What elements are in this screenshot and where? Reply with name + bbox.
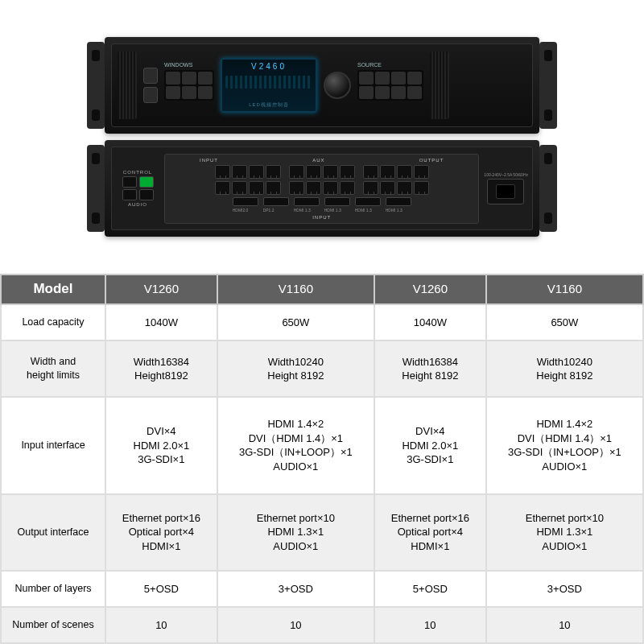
spec-cell: Ethernet port×10 HDMI 1.3×1 AUDIO×1 [486, 494, 643, 571]
spec-cell: 1040W [105, 304, 217, 341]
lcd-screen: V2460 LED视频控制器 [221, 58, 317, 113]
spec-cell: Ethernet port×16 Optical port×4 HDMI×1 [374, 494, 486, 571]
spec-cell: 10 [486, 607, 643, 643]
vent-grille [118, 52, 137, 119]
screen-subtitle: LED视频控制器 [225, 101, 312, 109]
spec-cell: 10 [374, 607, 486, 643]
spec-row: Output interfaceEthernet port×16 Optical… [1, 494, 643, 571]
spec-cell: 650W [217, 304, 374, 341]
vent-grille-right [430, 52, 449, 119]
spec-cell: 10 [217, 607, 374, 643]
spec-cell: DVI×4 HDMI 2.0×1 3G-SDI×1 [374, 397, 486, 493]
spec-row: Input interfaceDVI×4 HDMI 2.0×1 3G-SDI×1… [1, 397, 643, 493]
spec-row-head: Output interface [1, 494, 105, 571]
spec-row: Number of layers5+OSD3+OSD5+OSD3+OSD [1, 571, 643, 607]
spec-cell: HDMI 1.4×2 DVI（HDMI 1.4）×1 3G-SDI（IN+LOO… [486, 397, 643, 493]
spec-corner: Model [1, 275, 105, 304]
spec-row-head: Number of layers [1, 571, 105, 607]
spec-cell: HDMI 1.4×2 DVI（HDMI 1.4）×1 3G-SDI（IN+LOO… [217, 397, 374, 493]
device-front: WINDOWS V2460 LED视频控制器 SOURCE [105, 37, 539, 134]
iec-power-inlet [487, 179, 524, 204]
spec-cell: 10 [105, 607, 217, 643]
model-col-3: V1160 [486, 275, 643, 304]
power-section: 100-240V~2.5A 50/60Hz [484, 172, 528, 204]
device-back: CONTROL AUDIO INPUT AUX OUTPUT [105, 140, 539, 237]
spec-row: Width and height limitsWidth16384 Height… [1, 341, 643, 397]
jog-wheel [324, 72, 351, 99]
spec-cell: 5+OSD [105, 571, 217, 607]
rack-ear-left [87, 42, 105, 129]
spec-row-head: Number of scenes [1, 607, 105, 643]
spec-row: Load capacity1040W650W1040W650W [1, 304, 643, 341]
windows-button-group: WINDOWS [164, 70, 214, 101]
hdmi-input-row: HDMI2.0 DP1.2 HDMI 1.3 HDMI 1.3 HDMI 1.3… [167, 197, 476, 213]
spec-table: Model V1260 V1160 V1260 V1160 Load capac… [0, 274, 644, 644]
model-col-2: V1260 [374, 275, 486, 304]
spec-row: Number of scenes10101010 [1, 607, 643, 643]
model-col-1: V1160 [217, 275, 374, 304]
spec-cell: Ethernet port×10 HDMI 1.3×1 AUDIO×1 [217, 494, 374, 571]
spec-cell: DVI×4 HDMI 2.0×1 3G-SDI×1 [105, 397, 217, 493]
control-section: CONTROL AUDIO [116, 170, 159, 207]
spec-cell: Width16384 Height 8192 [374, 341, 486, 397]
spec-header-row: Model V1260 V1160 V1260 V1160 [1, 275, 643, 304]
spec-cell: Width10240 Height 8192 [486, 341, 643, 397]
spec-cell: 3+OSD [486, 571, 643, 607]
spec-cell: 5+OSD [374, 571, 486, 607]
rack-ear-right-back [539, 145, 557, 232]
rj45-output-bank: INPUT AUX OUTPUT [164, 154, 479, 224]
source-label: SOURCE [357, 62, 382, 68]
model-col-0: V1260 [105, 275, 217, 304]
spec-cell: Ethernet port×16 Optical port×4 HDMI×1 [105, 494, 217, 571]
spec-row-head: Input interface [1, 397, 105, 493]
rack-ear-left-back [87, 145, 105, 232]
spec-row-head: Width and height limits [1, 341, 105, 397]
spec-cell: 3+OSD [217, 571, 374, 607]
spec-cell: Width10240 Height 8192 [217, 341, 374, 397]
spec-cell: Width16384 Height8192 [105, 341, 217, 397]
spec-cell: 650W [486, 304, 643, 341]
spec-row-head: Load capacity [1, 304, 105, 341]
product-photo: WINDOWS V2460 LED视频控制器 SOURCE [0, 0, 644, 274]
windows-label: WINDOWS [164, 62, 192, 68]
rack-ear-right [539, 42, 557, 129]
model-on-screen: V2460 [225, 62, 312, 71]
power-switches [143, 68, 158, 103]
spec-cell: 1040W [374, 304, 486, 341]
source-button-group: SOURCE [357, 70, 423, 101]
